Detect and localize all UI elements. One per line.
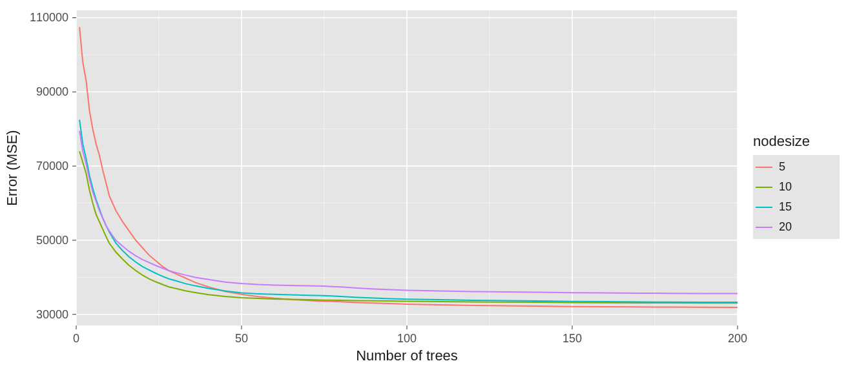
legend-items: 5101520 bbox=[753, 155, 840, 239]
legend-item-10: 10 bbox=[756, 180, 833, 194]
legend: nodesize 5101520 bbox=[749, 0, 868, 372]
legend-label: 5 bbox=[779, 160, 785, 174]
legend-label: 10 bbox=[779, 180, 792, 194]
x-tick-label: 100 bbox=[397, 332, 417, 345]
plot-area: 05010015020030000500007000090000110000Nu… bbox=[0, 0, 749, 372]
legend-item-15: 15 bbox=[756, 200, 833, 214]
y-tick-label: 30000 bbox=[36, 308, 68, 321]
legend-item-5: 5 bbox=[756, 160, 833, 174]
mse-vs-trees-chart: 05010015020030000500007000090000110000Nu… bbox=[0, 0, 868, 372]
legend-label: 15 bbox=[779, 200, 792, 214]
x-tick-label: 150 bbox=[563, 332, 582, 345]
x-tick-label: 50 bbox=[235, 332, 248, 345]
y-tick-label: 90000 bbox=[36, 85, 68, 98]
x-tick-label: 0 bbox=[73, 332, 79, 345]
x-axis-title: Number of trees bbox=[356, 347, 458, 364]
legend-label: 20 bbox=[779, 220, 792, 234]
y-tick-label: 70000 bbox=[36, 160, 68, 172]
legend-title: nodesize bbox=[753, 133, 868, 150]
y-tick-label: 50000 bbox=[36, 234, 68, 247]
legend-item-20: 20 bbox=[756, 220, 833, 234]
chart-svg: 05010015020030000500007000090000110000Nu… bbox=[0, 0, 749, 372]
y-tick-label: 110000 bbox=[30, 11, 68, 24]
legend-swatch bbox=[756, 187, 772, 188]
legend-swatch bbox=[756, 207, 772, 208]
y-axis-title: Error (MSE) bbox=[4, 130, 20, 205]
legend-swatch bbox=[756, 167, 772, 168]
legend-swatch bbox=[756, 227, 772, 228]
x-tick-label: 200 bbox=[728, 332, 747, 345]
